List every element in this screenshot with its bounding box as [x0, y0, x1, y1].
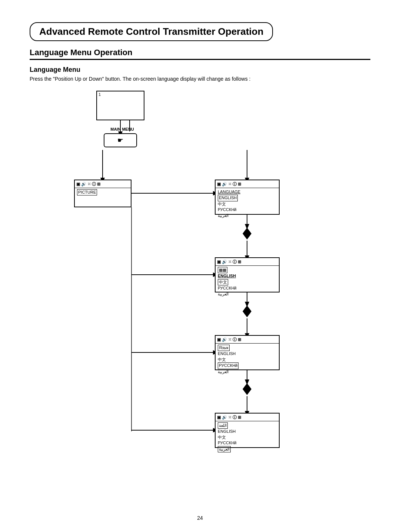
sound-icon: 🔊	[222, 415, 227, 420]
lang3-item4: العربية	[218, 369, 277, 375]
lang4-item1: ENGLISH	[218, 429, 277, 434]
picture-label: PICTURE	[77, 189, 97, 195]
lang3-item2: 中文	[218, 357, 277, 362]
lang2-item4: العربية	[218, 291, 277, 297]
lang4-item4: العربية	[218, 446, 277, 452]
main-menu-label: MAIN MENU	[106, 127, 139, 131]
screen-icon: ▣	[217, 337, 221, 342]
lang4-item2: 中文	[218, 435, 277, 440]
grid-icon: ⊞	[238, 415, 241, 420]
lang2-item3: РУССКНй	[218, 285, 277, 291]
io-icon: ⓘ	[233, 259, 237, 265]
section-header: Language Menu Operation	[30, 48, 370, 60]
io-icon: ⓘ	[92, 181, 96, 187]
subsection-title: Language Menu	[30, 66, 370, 74]
lang3-item3: РУССКНй	[218, 362, 277, 369]
lang2-icon-row: ▣ 🔊 ⁙ ⓘ ⊞	[216, 258, 279, 266]
lang3-icon-row: ▣ 🔊 ⁙ ⓘ ⊞	[216, 336, 279, 344]
dots-icon: ⁙	[228, 260, 231, 264]
lang4-item3: РУССКНй	[218, 440, 277, 446]
io-icon: ⓘ	[233, 337, 237, 342]
lang1-item4: العربية	[218, 213, 277, 218]
down-triangle-1	[243, 234, 251, 240]
grid-icon: ⊞	[97, 182, 100, 187]
sound-icon: 🔊	[81, 182, 86, 187]
section-title: Language Menu Operation	[30, 48, 370, 57]
sound-icon: 🔊	[222, 260, 227, 264]
language-box-2: ▣ 🔊 ⁙ ⓘ ⊞ ▦▦ ENGLISH 中文 РУССКНй العربية	[215, 257, 280, 292]
top-display-box: 1	[96, 91, 144, 120]
lang3-item1: ENGLISH	[218, 351, 277, 357]
dots-icon: ⁙	[228, 337, 231, 342]
screen-icon: ▣	[217, 415, 221, 420]
updown-arrow-1	[243, 228, 251, 240]
down-triangle-3	[243, 389, 251, 395]
grid-icon: ⊞	[238, 337, 241, 342]
language-box-3: ▣ 🔊 ⁙ ⓘ ⊞ Язык ENGLISH 中文 РУССКНй العربي…	[215, 335, 280, 370]
lang3-item0: Язык	[218, 345, 277, 351]
main-menu-button: ☛	[104, 133, 137, 147]
sound-icon: 🔊	[222, 337, 227, 342]
io-icon: ⓘ	[233, 181, 237, 187]
diagram: 1 MAIN MENU ☛ ▣ 🔊 ⁙ ⓘ ⊞ PICTURE ▣ 🔊	[74, 91, 326, 491]
up-triangle-1	[243, 228, 251, 234]
page-number: 24	[197, 515, 203, 521]
grid-icon: ⊞	[238, 182, 241, 187]
dots-icon: ⁙	[87, 182, 91, 187]
lang4-content: اللغة ENGLISH 中文 РУССКНй العربية	[216, 421, 279, 454]
lang2-item1: ENGLISH	[218, 273, 277, 279]
arrows-svg	[74, 91, 326, 491]
lang1-label: LANGUAGE	[218, 189, 277, 195]
up-triangle-2	[243, 305, 251, 311]
lang1-item3: РУССКНй	[218, 207, 277, 213]
updown-arrow-2	[243, 305, 251, 317]
picture-content: PICTURE	[75, 188, 131, 197]
picture-box: ▣ 🔊 ⁙ ⓘ ⊞ PICTURE	[74, 180, 131, 207]
io-icon: ⓘ	[233, 415, 237, 420]
picture-icon-row: ▣ 🔊 ⁙ ⓘ ⊞	[75, 180, 131, 188]
page-title: Advanced Remote Control Transmitter Oper…	[39, 26, 263, 37]
down-triangle-2	[243, 311, 251, 317]
box-number: 1	[97, 91, 144, 97]
description-text: Press the "Position Up or Down" button. …	[30, 76, 370, 82]
lang4-item0: اللغة	[218, 422, 277, 429]
screen-icon: ▣	[76, 182, 80, 187]
lang2-item0: ▦▦	[218, 267, 277, 273]
lang4-icon-row: ▣ 🔊 ⁙ ⓘ ⊞	[216, 414, 279, 421]
up-triangle-3	[243, 383, 251, 389]
language-box-4: ▣ 🔊 ⁙ ⓘ ⊞ اللغة ENGLISH 中文 РУССКНй العرب…	[215, 413, 280, 448]
lang2-item2: 中文	[218, 279, 277, 285]
title-box: Advanced Remote Control Transmitter Oper…	[30, 22, 273, 41]
language-box-1: ▣ 🔊 ⁙ ⓘ ⊞ LANGUAGE ENGLISH 中文 РУССКНй ال…	[215, 180, 280, 215]
lang2-content: ▦▦ ENGLISH 中文 РУССКНй العربية	[216, 266, 279, 298]
screen-icon: ▣	[217, 260, 221, 264]
dots-icon: ⁙	[228, 182, 231, 187]
updown-arrow-3	[243, 383, 251, 395]
lang1-icon-row: ▣ 🔊 ⁙ ⓘ ⊞	[216, 180, 279, 188]
lang1-item2: 中文	[218, 201, 277, 207]
sound-icon: 🔊	[222, 182, 227, 187]
lang3-content: Язык ENGLISH 中文 РУССКНй العربية	[216, 344, 279, 376]
grid-icon: ⊞	[238, 260, 241, 264]
dots-icon: ⁙	[228, 415, 231, 420]
screen-icon: ▣	[217, 182, 221, 187]
lang1-item1: ENGLISH	[218, 195, 277, 201]
lang1-content: LANGUAGE ENGLISH 中文 РУССКНй العربية	[216, 188, 279, 220]
